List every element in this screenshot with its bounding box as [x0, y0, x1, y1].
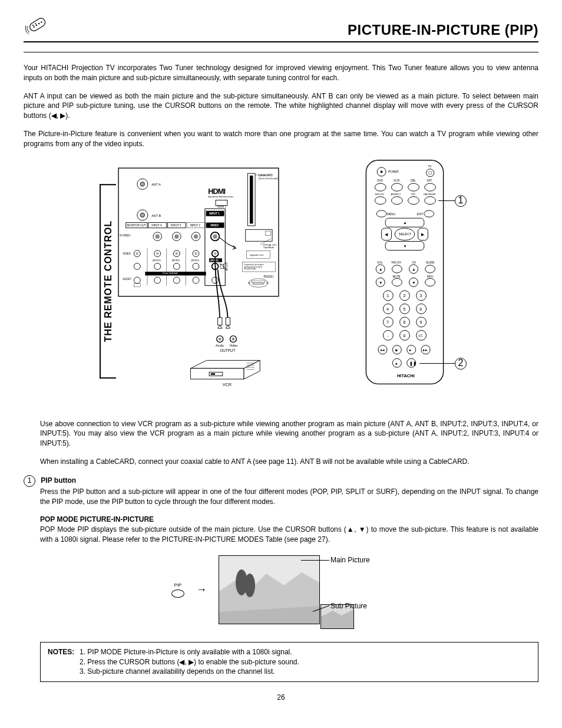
- callout-1: 1: [455, 195, 467, 207]
- svg-point-4: [41, 21, 42, 23]
- svg-text:❚❚: ❚❚: [409, 361, 416, 365]
- svg-point-2: [35, 24, 37, 26]
- pip-button-icon: PIP: [171, 582, 184, 598]
- pip-button-section: 1 PIP button Press the PIP button and a …: [24, 475, 538, 507]
- pop-mode-section: POP MODE PICTURE-IN-PICTURE POP Mode PIP…: [40, 515, 538, 544]
- svg-text:2: 2: [403, 293, 405, 298]
- svg-point-1: [33, 26, 35, 28]
- svg-text:DAY/NIGHT: DAY/NIGHT: [424, 192, 437, 195]
- intro-p3: The Picture-in-Picture feature is conven…: [24, 129, 538, 149]
- svg-text:GUIDE: GUIDE: [426, 261, 435, 264]
- page-number: 26: [24, 693, 538, 703]
- svg-text:SAT: SAT: [427, 179, 432, 182]
- svg-text:INFO: INFO: [427, 275, 434, 278]
- svg-text:■: ■: [395, 348, 398, 352]
- arrow-icon: →: [196, 582, 207, 597]
- svg-point-36: [136, 252, 139, 255]
- svg-text:▼: ▼: [412, 280, 415, 284]
- intro-p1: Your HITACHI Projection TV incorporates …: [24, 63, 538, 83]
- svg-rect-105: [211, 373, 215, 375]
- svg-point-29: [174, 234, 178, 238]
- svg-text:▼: ▼: [379, 280, 382, 284]
- svg-text:FAV.CH: FAV.CH: [392, 261, 401, 264]
- svg-rect-61: [134, 283, 140, 286]
- svg-point-9: [140, 182, 144, 186]
- svg-text:SELECT: SELECT: [399, 232, 412, 236]
- svg-text:Digital Audio: Digital Audio: [264, 246, 275, 249]
- pop-mode-text: POP Mode PIP displays the sub-picture ou…: [40, 525, 538, 545]
- svg-text:anything directly on top of: anything directly on top of: [244, 265, 262, 268]
- svg-point-62: [154, 277, 161, 284]
- notes-box: NOTES: PIP MODE Picture-in-Picture is on…: [40, 642, 538, 682]
- svg-rect-79: [265, 231, 270, 235]
- page-header: PICTURE-IN-PICTURE (PIP): [24, 18, 538, 42]
- svg-text:Video: Video: [230, 343, 238, 347]
- svg-rect-92: [253, 283, 263, 285]
- svg-text:the optical output.: the optical output.: [244, 268, 257, 270]
- svg-text:Upgrade Card: Upgrade Card: [250, 253, 263, 256]
- backpanel-diagram: ANT A ANT B HDMI High-Definition Multime…: [113, 157, 284, 405]
- svg-text:AUDIO: AUDIO: [123, 278, 131, 281]
- svg-text:INPUT 2: INPUT 2: [190, 223, 201, 226]
- svg-text:MENU: MENU: [387, 212, 395, 215]
- remote-brand: HITACHI: [397, 373, 415, 378]
- svg-text:VIDEO: VIDEO: [210, 223, 219, 226]
- svg-text:4: 4: [386, 306, 389, 311]
- svg-rect-91: [252, 281, 265, 283]
- svg-text:3: 3: [419, 293, 422, 298]
- svg-text:▲: ▲: [379, 267, 382, 271]
- svg-text:0: 0: [403, 332, 405, 338]
- svg-rect-96: [226, 317, 230, 325]
- svg-point-6: [35, 23, 37, 25]
- svg-text:MONITOR OUT: MONITOR OUT: [127, 223, 146, 226]
- notes-label: NOTES:: [48, 647, 74, 657]
- svg-point-27: [156, 234, 160, 238]
- svg-text:DVD: DVD: [377, 179, 383, 182]
- svg-text:POWER: POWER: [388, 170, 399, 173]
- svg-text:PIP: PIP: [411, 192, 415, 195]
- svg-text:OUTPUT: OUTPUT: [220, 348, 235, 352]
- svg-point-65: [212, 277, 219, 284]
- svg-text:VCR: VCR: [394, 179, 399, 182]
- svg-point-31: [194, 234, 198, 238]
- svg-point-53: [193, 263, 199, 269]
- svg-text:6: 6: [419, 306, 422, 311]
- svg-text:RS232C: RS232C: [264, 275, 275, 278]
- pip-button-text: Press the PIP button and a sub-picture w…: [40, 487, 538, 507]
- svg-point-60: [134, 277, 140, 284]
- svg-point-3: [38, 22, 39, 24]
- hdmi1-label: HDMI 1: [217, 205, 227, 208]
- svg-text:S-VIDEO: S-VIDEO: [120, 234, 131, 237]
- svg-text:1: 1: [386, 293, 389, 298]
- svg-rect-95: [218, 317, 222, 325]
- after-diagram-text: Use above connection to view VCR program…: [24, 419, 538, 467]
- section-number-1: 1: [24, 475, 35, 487]
- side-section-label: THE REMOTE CONTROL: [100, 183, 116, 378]
- diagram-row: THE REMOTE CONTROL ANT A ANT B HDMI High…: [24, 157, 538, 405]
- hdmi-sub: High-Definition Multimedia Interface: [208, 196, 233, 198]
- svg-text:CableCARD: CableCARD: [259, 173, 273, 176]
- note-1: PIP MODE Picture-in-Picture is only avai…: [87, 647, 299, 657]
- svg-text:9: 9: [419, 319, 422, 325]
- svg-text:EXIT: EXIT: [417, 212, 424, 215]
- svg-text:MUTE: MUTE: [392, 275, 400, 278]
- svg-point-52: [173, 263, 180, 269]
- after-p2: When installing a CableCARD, connect you…: [24, 457, 538, 467]
- svg-text:ASPECT: ASPECT: [391, 192, 401, 195]
- svg-text:(MONO): (MONO): [172, 259, 180, 261]
- sub-picture-label: Sub Picture: [330, 601, 367, 611]
- intro-text: Your HITACHI Projection TV incorporates …: [24, 63, 538, 149]
- svg-rect-12: [216, 200, 227, 205]
- svg-text:INPUT 4: INPUT 4: [151, 223, 162, 226]
- svg-point-63: [173, 277, 180, 284]
- svg-point-100: [232, 337, 235, 340]
- svg-point-98: [219, 337, 222, 340]
- remote-diagram: POWER TV DVDVCRCBLSAT INPUTSASPECTPIPDAY…: [361, 157, 449, 405]
- svg-text:OPTICAL OUT: OPTICAL OUT: [263, 243, 277, 246]
- pip-btn-label: PIP: [174, 582, 182, 588]
- ant-b-label: ANT B: [151, 213, 161, 217]
- note-2: Press the CURSOR buttons (◀, ▶) to enabl…: [87, 657, 299, 667]
- svg-text:(MONO): (MONO): [191, 259, 199, 261]
- svg-point-112: [381, 170, 383, 173]
- svg-rect-0: [28, 18, 47, 32]
